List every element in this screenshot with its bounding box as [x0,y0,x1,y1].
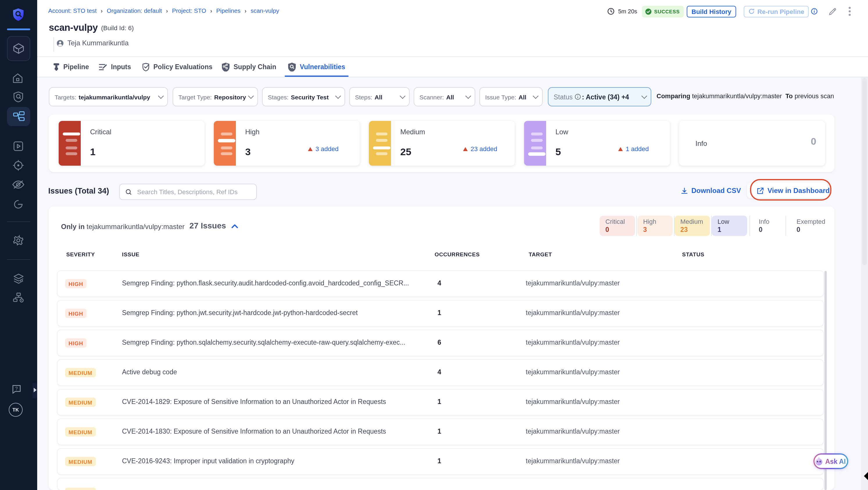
svg-text:?: ? [15,386,18,391]
